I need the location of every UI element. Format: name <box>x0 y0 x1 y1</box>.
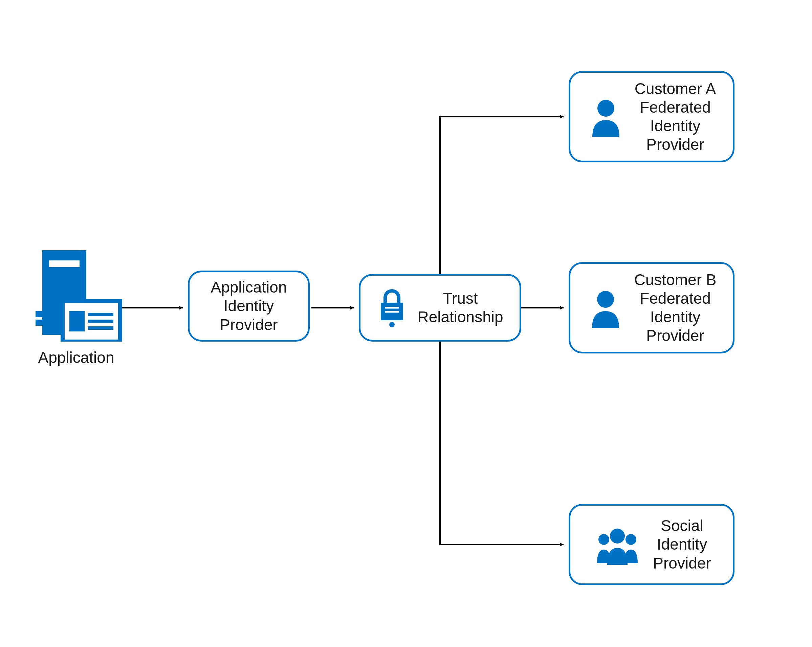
svg-rect-7 <box>35 311 61 317</box>
node-customer-a: Customer A Federated Identity Provider <box>569 71 734 162</box>
lock-icon <box>377 288 407 328</box>
application-label: Application <box>32 349 120 367</box>
node-app-identity-provider: Application Identity Provider <box>188 271 310 342</box>
person-icon <box>587 288 624 328</box>
svg-rect-8 <box>35 320 61 326</box>
people-group-icon <box>592 524 643 565</box>
social-label: Social Identity Provider <box>653 516 711 572</box>
node-social-provider: Social Identity Provider <box>569 504 734 585</box>
node-customer-b: Customer B Federated Identity Provider <box>569 262 734 353</box>
node-application <box>35 250 124 342</box>
person-icon <box>587 96 624 137</box>
svg-point-14 <box>597 291 614 308</box>
svg-point-17 <box>610 528 625 543</box>
trust-label: Trust Relationship <box>417 289 503 326</box>
svg-rect-3 <box>69 311 85 332</box>
customer-b-label: Customer B Federated Identity Provider <box>634 271 717 345</box>
svg-point-12 <box>389 322 395 327</box>
customer-a-label: Customer A Federated Identity Provider <box>635 79 716 154</box>
app-idp-label: Application Identity Provider <box>211 278 287 334</box>
svg-point-16 <box>626 534 636 545</box>
server-app-icon <box>35 250 124 342</box>
svg-point-15 <box>598 534 609 545</box>
svg-rect-1 <box>49 260 79 267</box>
diagram-canvas: Application Application Identity Provide… <box>0 0 812 647</box>
node-trust-relationship: Trust Relationship <box>359 274 521 342</box>
svg-point-13 <box>597 100 614 117</box>
arrow-trust-to-social <box>440 342 563 545</box>
arrow-trust-to-customer-a <box>440 117 563 274</box>
